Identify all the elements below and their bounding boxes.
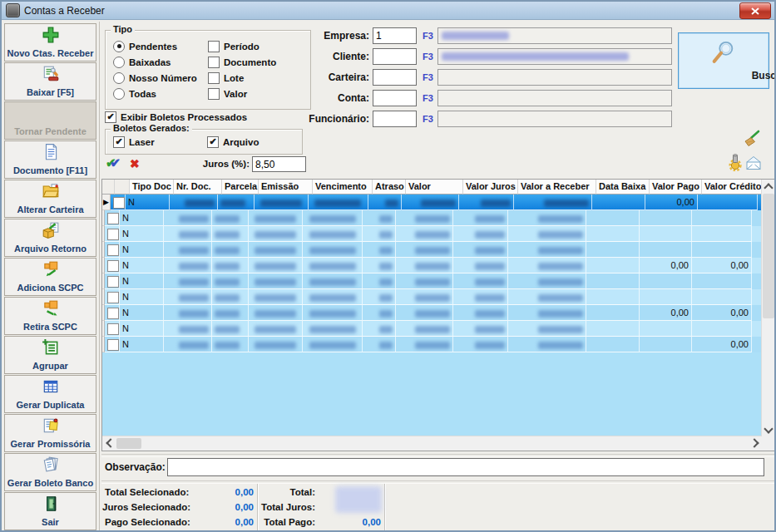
checkbox-arquivo[interactable]: Arquivo: [207, 134, 259, 150]
sidebar-button-baixar-f5[interactable]: Baixar [F5]: [4, 62, 96, 101]
redacted-cell: [309, 263, 356, 270]
email-button[interactable]: [744, 154, 763, 175]
row-select-cell[interactable]: [105, 226, 120, 242]
vertical-scrollbar[interactable]: [761, 180, 775, 436]
checkbox-periodo[interactable]: Período: [208, 38, 276, 54]
grid-row[interactable]: N: [102, 226, 762, 242]
sidebar-button-gerar-duplicata[interactable]: Gerar Duplicata: [4, 375, 96, 413]
row-checkbox[interactable]: [107, 308, 119, 319]
sidebar-button-novo-ctas-receber[interactable]: Novo Ctas. Receber: [4, 23, 96, 62]
checkbox-icon: [208, 88, 220, 100]
radio-todas[interactable]: Todas: [113, 86, 197, 101]
row-select-cell[interactable]: [105, 337, 120, 352]
door-icon: [42, 495, 60, 515]
row-select-cell[interactable]: [105, 321, 120, 337]
row-select-cell[interactable]: [105, 289, 120, 305]
scroll-right-button[interactable]: [749, 436, 762, 450]
sidebar-button-alterar-carteira[interactable]: Alterar Carteira: [4, 180, 96, 218]
redacted-cell: [215, 247, 240, 254]
scroll-up-button[interactable]: [762, 180, 775, 193]
seal-button[interactable]: [726, 153, 744, 175]
buscar-button[interactable]: Buscar: [678, 32, 769, 89]
checkbox-lote[interactable]: Lote: [208, 70, 276, 86]
column-header-valor-credito[interactable]: Valor Crédito: [702, 180, 762, 195]
grid-row[interactable]: N: [102, 273, 762, 289]
grid-row[interactable]: N: [102, 242, 762, 258]
column-header-vencimento[interactable]: Vencimento: [313, 180, 373, 195]
row-select-cell[interactable]: [105, 273, 120, 289]
row-select-cell[interactable]: [105, 258, 120, 273]
contas-a-receber-window: Contas a Receber Novo Ctas. ReceberBaixa…: [0, 0, 776, 532]
sidebar-button-agrupar[interactable]: Agrupar: [4, 336, 96, 374]
sidebar-button-retira-scpc[interactable]: Retira SCPC: [4, 297, 96, 335]
grid-row[interactable]: N0,00: [102, 337, 762, 352]
clean-button[interactable]: [741, 130, 761, 153]
column-header-data-baixa[interactable]: Data Baixa: [596, 180, 650, 195]
checkbox-laser[interactable]: Laser: [113, 134, 155, 150]
cell-valor-pago: [640, 321, 692, 337]
horizontal-scroll-thumb[interactable]: [116, 438, 141, 449]
column-header-valor-a-receber[interactable]: Valor a Receber: [518, 180, 596, 195]
funcionarioinput[interactable]: [373, 111, 417, 127]
column-header-parcela[interactable]: Parcela: [222, 180, 259, 195]
sidebar-button-adiciona-scpc[interactable]: Adiciona SCPC: [4, 258, 96, 296]
column-header-valor-pago[interactable]: Valor Pago: [650, 180, 702, 195]
observacao-input[interactable]: [167, 458, 764, 476]
sidebar-button-arquivo-retorno[interactable]: Arquivo Retorno: [4, 219, 96, 257]
row-checkbox[interactable]: [107, 213, 119, 224]
sidebar-button-sair[interactable]: Sair: [4, 492, 96, 530]
window-title: Contas a Receber: [24, 5, 105, 17]
cancel-button[interactable]: ✖: [130, 157, 140, 170]
column-header-valor-juros[interactable]: Valor Juros: [463, 180, 518, 195]
redacted-cell: [538, 310, 583, 318]
row-checkbox[interactable]: [113, 197, 125, 209]
vertical-scroll-thumb[interactable]: [763, 194, 774, 318]
horizontal-scrollbar[interactable]: [102, 436, 762, 451]
scroll-left-button[interactable]: [102, 436, 116, 450]
row-checkbox[interactable]: [107, 276, 119, 288]
row-checkbox[interactable]: [107, 229, 119, 240]
grid-row[interactable]: ▶N0,00: [102, 195, 762, 210]
cell-valor-pago: 0,00: [640, 258, 692, 273]
checkbox-documento[interactable]: Documento: [208, 54, 276, 70]
row-checkbox[interactable]: [107, 260, 119, 272]
scroll-down-button[interactable]: [762, 423, 775, 436]
clienteinput[interactable]: [373, 48, 417, 65]
column-header-valor[interactable]: Valor: [406, 180, 463, 195]
cell-valor-credito: 0,00: [692, 305, 752, 321]
grid-row[interactable]: N: [102, 289, 762, 305]
grid-row[interactable]: N: [102, 210, 762, 226]
carteirainput[interactable]: [373, 69, 417, 86]
radio-pendentes[interactable]: Pendentes: [113, 38, 197, 54]
redacted-cell: [415, 326, 450, 333]
juros-input[interactable]: [252, 156, 306, 172]
column-header-atraso[interactable]: Atraso: [373, 180, 406, 195]
confirm-all-button[interactable]: ✔✔: [106, 155, 121, 170]
cell-data-baixa: [586, 242, 640, 258]
sidebar-button-gerar-boleto-banco[interactable]: Gerar Boleto Banco: [4, 453, 96, 491]
row-select-cell[interactable]: [105, 305, 120, 321]
column-header-tipo-doc[interactable]: Tipo Doc: [130, 180, 174, 195]
row-checkbox[interactable]: [107, 339, 119, 351]
containput[interactable]: [373, 90, 417, 106]
grid-row[interactable]: N: [102, 321, 762, 337]
redacted-cell: [538, 215, 583, 223]
column-header-nr-doc[interactable]: Nr. Doc.: [174, 180, 222, 195]
row-checkbox[interactable]: [107, 244, 119, 256]
grid-row[interactable]: N0,000,00: [102, 258, 762, 273]
row-select-cell[interactable]: [111, 195, 126, 210]
checkbox-valor[interactable]: Valor: [208, 86, 276, 101]
sidebar-button-documento-f11[interactable]: Documento [F11]: [4, 140, 96, 179]
row-select-cell[interactable]: [105, 210, 120, 226]
radio-nosso-numero[interactable]: Nosso Número: [113, 70, 197, 86]
column-header-emissao[interactable]: Emissão: [259, 180, 313, 195]
row-checkbox[interactable]: [107, 323, 119, 335]
empresainput[interactable]: [373, 27, 417, 44]
row-select-cell[interactable]: [105, 242, 120, 258]
radio-baixadas[interactable]: Baixadas: [113, 54, 197, 70]
close-icon: [751, 7, 759, 15]
row-checkbox[interactable]: [107, 292, 119, 303]
sidebar-button-gerar-promissoria[interactable]: Gerar Promissória: [4, 414, 96, 452]
grid-row[interactable]: N0,000,00: [102, 305, 762, 321]
close-button[interactable]: [739, 2, 771, 19]
